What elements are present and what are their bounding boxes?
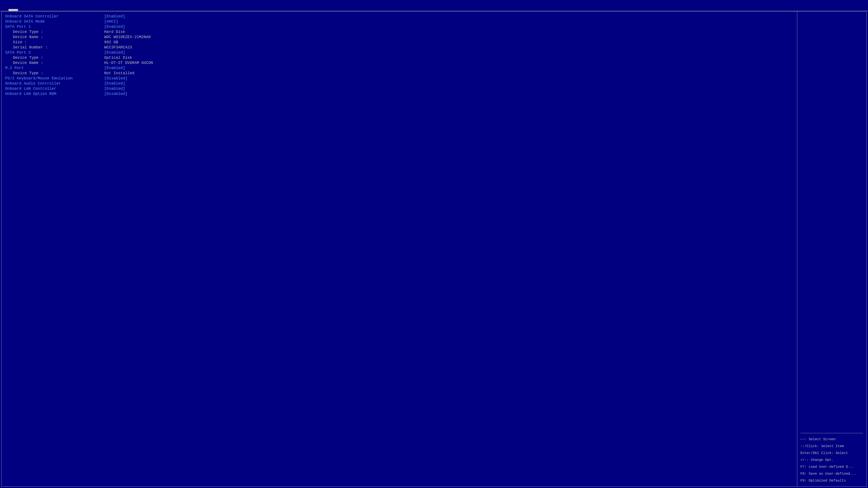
help-panel: ←→: Select Screen↑↓/Click: Select ItemEn… <box>797 11 866 486</box>
setting-sub-label: Size <box>5 40 22 44</box>
content-area: Onboard SATA Controller[Enabled]Onboard … <box>1 11 867 487</box>
setting-sub-label: Device Name <box>5 35 38 39</box>
setting-value: [Disabled] <box>104 76 127 80</box>
setting-label: Onboard SATA Controller <box>5 14 59 19</box>
setting-sub-value: 992 GB <box>104 40 118 44</box>
colon: : <box>38 35 43 39</box>
setting-sub-label: Device Type <box>5 30 38 34</box>
setting-value: [Enabled] <box>104 51 125 55</box>
setting-sub-value: Not Installed <box>104 71 134 75</box>
help-key-item: +/-: Change Opt. <box>800 457 863 463</box>
colon: : <box>38 56 43 60</box>
colon: : <box>38 71 43 75</box>
help-key-item: F9: Optimized Defaults <box>800 477 863 484</box>
setting-label: Onboard LAN Controller <box>5 87 56 91</box>
setting-value: [AHCI] <box>104 19 118 24</box>
colon: : <box>43 45 48 50</box>
setting-row[interactable]: PS/2 Keyboard/Mouse Emulation[Disabled] <box>5 76 794 81</box>
setting-row: Size :992 GB <box>5 40 794 45</box>
setting-row: Device Type :Optical Disk <box>5 55 794 60</box>
help-divider <box>800 433 863 433</box>
setting-value: [Enabled] <box>104 87 125 91</box>
help-key-item: F8: Save as User-defined... <box>800 470 863 477</box>
setting-row[interactable]: SATA Port 2[Enabled] <box>5 50 794 55</box>
setting-value: [Enabled] <box>104 81 125 86</box>
setting-label: Onboard LAN Option ROM <box>5 92 56 96</box>
setting-row: Device Type :Hard Disk <box>5 29 794 34</box>
setting-value: [Disabled] <box>104 92 127 96</box>
colon: : <box>38 30 43 34</box>
main-panel: Onboard SATA Controller[Enabled]Onboard … <box>2 11 797 486</box>
setting-label: Onboard SATA Mode <box>5 19 45 24</box>
help-key-item: ←→: Select Screen <box>800 436 863 443</box>
setting-sub-value: WCC3F3ARCA23 <box>104 45 132 50</box>
help-description <box>800 14 863 430</box>
setting-row[interactable]: Onboard LAN Option ROM[Disabled] <box>5 91 794 96</box>
setting-row[interactable]: Onboard SATA Mode[AHCI] <box>5 19 794 24</box>
setting-label: Onboard Audio Controller <box>5 81 61 86</box>
setting-sub-label: Device Type <box>5 56 38 60</box>
setting-sub-value: Hard Disk <box>104 30 125 34</box>
help-key-item: Enter/Dbl Click: Select <box>800 450 863 457</box>
setting-row[interactable]: Onboard Audio Controller[Enabled] <box>5 81 794 86</box>
top-bar <box>0 0 868 11</box>
setting-row[interactable]: Onboard SATA Controller[Enabled] <box>5 14 794 19</box>
colon: : <box>22 40 27 44</box>
setting-row: Serial Number :WCC3F3ARCA23 <box>5 45 794 50</box>
setting-row: Device Name :HL-DT-ST DVDRAM GUCON <box>5 60 794 65</box>
setting-value: [Enabled] <box>104 25 125 29</box>
setting-label: PS/2 Keyboard/Mouse Emulation <box>5 76 72 80</box>
setting-sub-label: Device Name <box>5 61 38 65</box>
bios-screen: Onboard SATA Controller[Enabled]Onboard … <box>0 0 868 488</box>
setting-label: M.2 Port <box>5 66 24 70</box>
setting-sub-label: Device Type <box>5 71 38 75</box>
setting-row: Device Type :Not Installed <box>5 71 794 76</box>
setting-sub-value: HL-DT-ST DVDRAM GUCON <box>104 61 153 65</box>
help-key-item: ↑↓/Click: Select Item <box>800 443 863 450</box>
setting-sub-value: WDC WD10EZEX-21M2NA0 <box>104 35 151 39</box>
setting-row[interactable]: M.2 Port[Enabled] <box>5 65 794 71</box>
setting-value: [Enabled] <box>104 14 125 19</box>
help-key-item: F7: Load User-defined D... <box>800 463 863 470</box>
setting-value: [Enabled] <box>104 66 125 70</box>
tab-advanced[interactable] <box>9 9 18 11</box>
setting-sub-value: Optical Disk <box>104 56 132 60</box>
colon: : <box>38 61 43 65</box>
setting-row: Device Name :WDC WD10EZEX-21M2NA0 <box>5 34 794 40</box>
setting-label: SATA Port 2 <box>5 51 31 55</box>
setting-sub-label: Serial Number <box>5 45 43 50</box>
help-keys: ←→: Select Screen↑↓/Click: Select ItemEn… <box>800 436 863 484</box>
setting-label: SATA Port 1 <box>5 25 31 29</box>
setting-row[interactable]: Onboard LAN Controller[Enabled] <box>5 86 794 91</box>
setting-row[interactable]: SATA Port 1[Enabled] <box>5 24 794 29</box>
